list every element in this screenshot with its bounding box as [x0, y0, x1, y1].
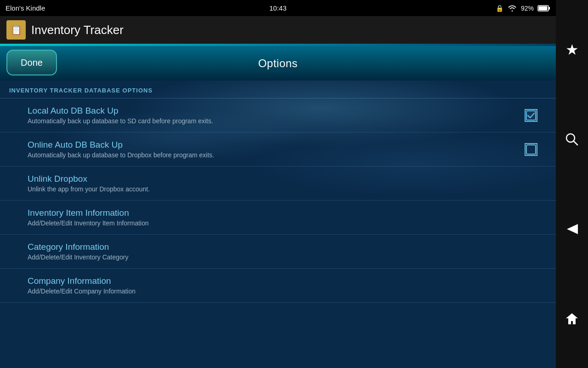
svg-marker-7 [567, 224, 578, 234]
status-bar: Elon's Kindle 10:43 🔒 92% [0, 0, 556, 16]
options-header: Options [0, 46, 556, 80]
options-list: Local Auto DB Back Up Automatically back… [0, 98, 556, 303]
option-title-online-backup: Online Auto DB Back Up [28, 140, 525, 150]
option-desc-unlink-dropbox: Unlink the app from your Dropbox account… [28, 185, 547, 193]
option-unlink-dropbox[interactable]: Unlink Dropbox Unlink the app from your … [0, 167, 556, 201]
lock-icon: 🔒 [496, 5, 503, 12]
app-title-bar: 📋 Inventory Tracker [0, 16, 556, 44]
status-icons: 🔒 92% [496, 5, 550, 12]
battery-percent: 92% [521, 5, 534, 12]
option-title-company: Company Information [28, 276, 547, 286]
svg-line-6 [574, 141, 577, 145]
option-title-category: Category Information [28, 242, 547, 252]
done-button[interactable]: Done [6, 50, 57, 75]
option-desc-inventory-item: Add/Delete/Edit Inventory Item Informati… [28, 219, 547, 227]
device-name: Elon's Kindle [6, 4, 45, 12]
app-title: Inventory Tracker [31, 23, 124, 37]
option-desc-category: Add/Delete/Edit Inventory Category [28, 253, 547, 261]
search-button[interactable] [560, 128, 583, 151]
app-icon: 📋 [6, 20, 26, 40]
option-inventory-item-info[interactable]: Inventory Item Information Add/Delete/Ed… [0, 201, 556, 235]
status-time: 10:43 [269, 4, 287, 12]
section-header-text: INVENTORY TRACKER DATABASE OPTIONS [9, 87, 153, 94]
option-company-info[interactable]: Company Information Add/Delete/Edit Comp… [0, 269, 556, 303]
option-desc-company: Add/Delete/Edit Company Information [28, 288, 547, 295]
option-local-backup[interactable]: Local Auto DB Back Up Automatically back… [0, 98, 556, 132]
svg-rect-4 [526, 145, 536, 154]
svg-rect-1 [548, 7, 550, 10]
option-online-backup[interactable]: Online Auto DB Back Up Automatically bac… [0, 132, 556, 167]
option-title-local-backup: Local Auto DB Back Up [28, 106, 525, 116]
option-category-info[interactable]: Category Information Add/Delete/Edit Inv… [0, 235, 556, 269]
section-header: INVENTORY TRACKER DATABASE OPTIONS [0, 80, 556, 98]
svg-marker-8 [566, 313, 578, 324]
options-title: Options [258, 57, 298, 70]
option-title-unlink-dropbox: Unlink Dropbox [28, 174, 547, 184]
option-desc-local-backup: Automatically back up database to SD car… [28, 117, 525, 125]
star-button[interactable]: ★ [560, 38, 583, 61]
home-button[interactable] [560, 307, 583, 330]
option-title-inventory-item: Inventory Item Information [28, 208, 547, 218]
option-desc-online-backup: Automatically back up database to Dropbo… [28, 151, 525, 159]
main-content: INVENTORY TRACKER DATABASE OPTIONS Local… [0, 80, 556, 368]
back-button[interactable] [560, 218, 583, 241]
checkbox-online-backup[interactable] [525, 143, 537, 156]
svg-rect-2 [539, 6, 548, 10]
checkbox-local-backup[interactable] [525, 109, 537, 122]
wifi-icon [507, 5, 517, 12]
right-sidebar: ★ [556, 0, 588, 368]
battery-icon [537, 5, 550, 12]
